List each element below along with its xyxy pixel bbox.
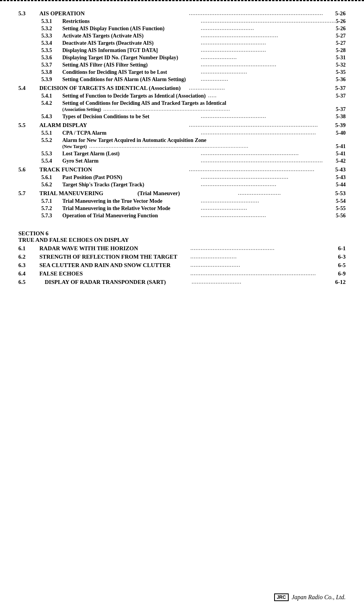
dots-5-3-7: ........................................… (198, 62, 336, 68)
section-6-subtitle: TRUE AND FALSE ECHOES ON DISPLAY (18, 237, 346, 243)
dots-5-3-4: ...................................... (198, 40, 336, 46)
toc-page-6-5: 6-12 (335, 279, 346, 285)
toc-num-5-3-4: 5.3.4 (41, 40, 62, 46)
toc-page-5-4-1: 5-37 (336, 93, 346, 99)
dots-5-4-2: ........................................… (101, 106, 336, 112)
toc-label-5-5-1: CPA / TCPA Alarm (62, 130, 198, 136)
toc-entry-6-1: 6.1 RADAR WAVE WITH THE HORIZON ........… (18, 245, 346, 252)
toc-num-5-5-1: 5.5.1 (41, 130, 62, 136)
toc-page-5-6-2: 5-44 (336, 182, 346, 188)
toc-page-5-5-4: 5-42 (336, 158, 346, 164)
toc-entry-5-5-1: 5.5.1 CPA / TCPA Alarm .................… (18, 130, 346, 136)
toc-label-5-3-8: Conditions for Deciding AIS Target to be… (62, 69, 198, 75)
toc-label-5-7-1: Trial Maneuvering in the True Vector Mod… (62, 198, 198, 204)
toc-num-6-2: 6.2 (18, 254, 39, 260)
toc-page-6-3: 6-5 (338, 262, 346, 269)
toc-label-5-3-5: Displaying AIS Information [TGT DATA] (62, 47, 198, 54)
section-5-7: 5.7 TRIAL MANEUVERING (Trial Maneuver) .… (18, 190, 346, 219)
toc-page-5-3-4: 5-27 (336, 40, 346, 46)
dots-5-7: ......................... (236, 190, 335, 196)
dots-5-4-3: ...................................... (198, 113, 336, 119)
dots-5-6-2: ........................................… (198, 181, 336, 187)
toc-page-5-5-1: 5-40 (336, 130, 346, 136)
toc-label-5-3-4: Deactivate AIS Targets (Deactivate AIS) (62, 40, 198, 46)
toc-page-5-6-1: 5-43 (336, 174, 346, 181)
dots-5-6-1: ........................................… (198, 174, 336, 180)
toc-label-5-5-4: Gyro Set Alarm (62, 158, 198, 164)
toc-page-5-3-1: 5-26 (336, 18, 346, 24)
toc-num-5-3-3: 5.3.3 (41, 33, 62, 39)
toc-entry-5-4-3: 5.4.3 Types of Decision Conditions to be… (18, 114, 346, 120)
toc-entry-5-3-1: 5.3.1 Restrictions .....................… (18, 18, 346, 24)
toc-entry-5-7: 5.7 TRIAL MANEUVERING (Trial Maneuver) .… (18, 190, 346, 197)
toc-label-5-3-7: Setting AIS Filter (AIS Filter Setting) (62, 62, 198, 68)
toc-num-5-3-9: 5.3.9 (41, 77, 62, 83)
toc-page-5-3-5: 5-28 (336, 47, 346, 54)
toc-entry-5-4: 5.4 DECISION OF TARGETS AS IDENTICAL (As… (18, 85, 346, 91)
dots-5-5-1: ........................................… (198, 130, 336, 136)
toc-num-5-5-3: 5.5.3 (41, 151, 62, 157)
toc-page-5-5-2: 5-41 (336, 143, 346, 150)
toc-num-5-3-7: 5.3.7 (41, 62, 62, 68)
toc-label-5-4-1: Setting of Function to Decide Targets as… (62, 93, 206, 99)
toc-page-6-4: 6-9 (338, 271, 346, 277)
dots-5-5-3: ........................................… (198, 150, 336, 156)
toc-num-5-4: 5.4 (18, 85, 39, 91)
toc-num-5-3-5: 5.3.5 (41, 47, 62, 54)
dots-5-3-5: ...................................... (198, 47, 336, 53)
toc-num-5-6-2: 5.6.2 (41, 182, 62, 188)
toc-label-5-3-3: Activate AIS Targets (Activate AIS) (62, 33, 198, 39)
toc-num-5-6-1: 5.6.1 (41, 174, 62, 181)
toc-entry-5-5-2: 5.5.2 Alarm for New Target Acquired in A… (18, 137, 346, 150)
toc-page-5-7-1: 5-54 (336, 198, 346, 204)
toc-entry-5-3-4: 5.3.4 Deactivate AIS Targets (Deactivate… (18, 40, 346, 46)
toc-entry-5-3-7: 5.3.7 Setting AIS Filter (AIS Filter Set… (18, 62, 346, 68)
toc-label-6-2: STRENGTH OF REFLECTION FROM THE TARGET (39, 254, 188, 260)
toc-entry-5-3-8: 5.3.8 Conditions for Deciding AIS Target… (18, 69, 346, 75)
toc-entry-5-7-3: 5.7.3 Operation of Trial Maneuvering Fun… (18, 213, 346, 219)
toc-page-5-4-3: 5-38 (336, 114, 346, 120)
toc-entry-6-3: 6.3 SEA CLUTTER AND RAIN AND SNOW CLUTTE… (18, 262, 346, 269)
dots-5-5-2: ........................................… (87, 143, 336, 149)
dots-6-4: ........................................… (188, 271, 338, 277)
toc-entry-5-6-1: 5.6.1 Past Position (Past POSN) ........… (18, 174, 346, 181)
toc-label-6-5: DISPLAY OF RADAR TRANSPONDER (SART) (39, 279, 189, 285)
toc-page-5-7-2: 5-55 (336, 205, 346, 212)
dots-5-7-1: .................................. (198, 198, 336, 204)
toc-num-6-4: 6.4 (18, 271, 39, 277)
toc-num-5-3: 5.3 (18, 10, 39, 17)
toc-num-5-5-2: 5.5.2 (41, 137, 62, 143)
toc-num-6-1: 6.1 (18, 245, 39, 252)
toc-entry-5-3-5: 5.3.5 Displaying AIS Information [TGT DA… (18, 47, 346, 54)
dots-5-3-9: ................ (198, 76, 336, 82)
toc-page-5-5-3: 5-41 (336, 151, 346, 157)
toc-entry-5-5-4: 5.5.4 Gyro Set Alarm ...................… (18, 158, 346, 164)
toc-page-5-3-9: 5-36 (336, 77, 346, 83)
toc-entry-5-5-3: 5.5.3 Lost Target Alarm (Lost) .........… (18, 151, 346, 157)
toc-num-5-6: 5.6 (18, 166, 39, 173)
jrc-logo-box: JRC (274, 593, 289, 601)
toc-entry-5-3-6: 5.3.6 Displaying Target ID No. (Target N… (18, 55, 346, 61)
toc-page-5-3-2: 5-26 (336, 26, 346, 32)
toc-page-5-3-7: 5-32 (336, 62, 346, 68)
toc-label2-5-7: (Trial Maneuver) (138, 190, 236, 197)
dots-5-3: ........................................… (187, 10, 335, 16)
toc-entry-5-7-2: 5.7.2 Trial Maneuvering in the Relative … (18, 205, 346, 212)
toc-num-5-4-2: 5.4.2 (41, 100, 62, 106)
page-footer: JRC Japan Radio Co., Ltd. (274, 593, 346, 601)
toc-page-6-2: 6-3 (338, 254, 346, 260)
toc-page-5-4: 5-37 (335, 85, 346, 91)
toc-page-5-7: 5-53 (335, 190, 346, 197)
toc-page-5-7-3: 5-56 (336, 213, 346, 219)
dots-5-3-6: ..................... (198, 54, 336, 60)
toc-num-6-5: 6.5 (18, 279, 39, 285)
toc-num-5-3-2: 5.3.2 (41, 26, 62, 32)
toc-label-5-5-2-line1: Alarm for New Target Acquired in Automat… (62, 137, 346, 143)
dots-5-4-1: ..... (206, 93, 336, 99)
toc-page-5-3-3: 5-27 (336, 33, 346, 39)
toc-row-5-3: AIS OPERATION ..........................… (39, 10, 346, 17)
toc-page-5-3: 5-26 (335, 10, 346, 17)
toc-label-5-4-3: Types of Decision Conditions to be Set (62, 114, 198, 120)
dots-6-3: ............................. (188, 262, 338, 268)
toc-label-5-4-2-sub: (Association Setting) (62, 107, 101, 112)
